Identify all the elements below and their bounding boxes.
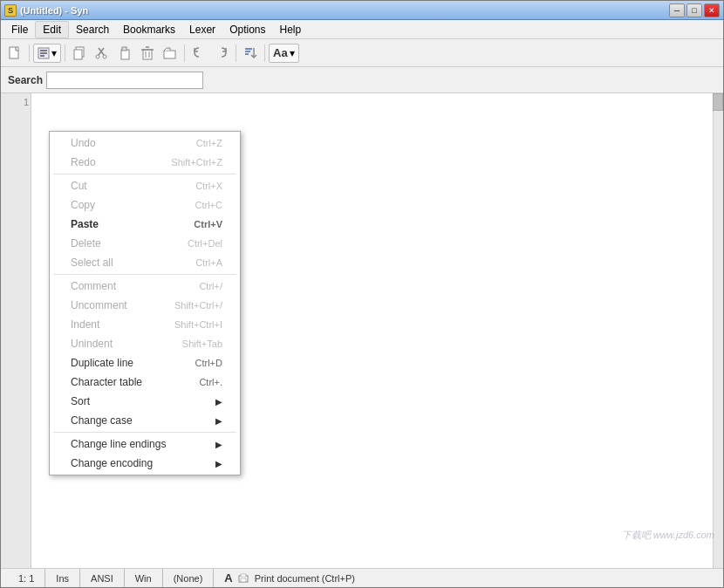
svg-rect-12	[122, 47, 126, 51]
print-label: Print document (Ctrl+P)	[255, 573, 355, 584]
menu-changecase[interactable]: Change case ▶	[50, 411, 240, 430]
status-mode: Ins	[45, 569, 80, 587]
svg-rect-25	[241, 574, 246, 577]
print-small-icon	[238, 573, 249, 584]
menu-comment[interactable]: Comment Ctrl+/	[50, 277, 240, 296]
paste-button[interactable]	[114, 43, 135, 64]
menu-indent[interactable]: Indent Shift+Ctrl+I	[50, 315, 240, 334]
window-title: (Untitled) - Syn	[20, 5, 88, 16]
menu-undo-shortcut: Ctrl+Z	[196, 138, 222, 148]
svg-rect-13	[143, 50, 152, 59]
toolbar-sep-4	[236, 44, 236, 62]
menu-bookmarks[interactable]: Bookmarks	[116, 22, 182, 38]
menu-copy-label: Copy	[71, 199, 95, 211]
menu-sort-arrow: ▶	[215, 397, 222, 407]
menu-selectall[interactable]: Select all Ctrl+A	[50, 253, 240, 272]
svg-rect-11	[121, 50, 129, 59]
menu-cut-label: Cut	[71, 180, 87, 192]
toolbar-dropdown-1[interactable]: ▾	[33, 44, 61, 63]
menu-uncomment[interactable]: Uncomment Shift+Ctrl+/	[50, 296, 240, 315]
svg-point-9	[96, 55, 99, 58]
toolbar-dropdown-case[interactable]: Aa ▾	[269, 44, 299, 63]
menu-selectall-label: Select all	[71, 256, 113, 269]
syntax-label: (None)	[174, 573, 203, 584]
menu-chartable[interactable]: Character table Ctrl+.	[50, 373, 240, 392]
menu-encoding[interactable]: Change encoding ▶	[50, 454, 240, 473]
menu-sep-2	[53, 274, 236, 275]
menu-undo[interactable]: Undo Ctrl+Z	[50, 133, 240, 153]
svg-rect-24	[241, 578, 246, 582]
sort-button[interactable]	[240, 43, 261, 64]
close-button[interactable]: ✕	[704, 3, 720, 17]
dropdown-arrow-1: ▾	[51, 47, 57, 59]
menu-copy[interactable]: Copy Ctrl+C	[50, 195, 240, 215]
menu-duplicate[interactable]: Duplicate line Ctrl+D	[50, 353, 240, 373]
menu-delete[interactable]: Delete Ctrl+Del	[50, 234, 240, 253]
edit-dropdown-menu: Undo Ctrl+Z Redo Shift+Ctrl+Z Cut Ctrl+X…	[49, 131, 241, 475]
menu-lineendings[interactable]: Change line endings ▶	[50, 434, 240, 454]
menu-help[interactable]: Help	[272, 22, 308, 38]
maximize-button[interactable]: □	[686, 3, 702, 17]
status-syntax: (None)	[163, 569, 215, 587]
svg-rect-6	[74, 50, 82, 59]
open-button[interactable]	[160, 43, 181, 64]
menu-bar: File Edit Search Bookmarks Lexer Options…	[1, 20, 723, 39]
scrollbar-vertical[interactable]	[713, 93, 723, 568]
watermark: 下载吧 www.jzd6.com	[622, 529, 714, 542]
menu-sep-1	[53, 174, 236, 174]
menu-redo[interactable]: Redo Shift+Ctrl+Z	[50, 153, 240, 172]
menu-changecase-arrow: ▶	[215, 416, 222, 426]
toolbar-sep-1	[29, 44, 30, 62]
menu-lineendings-arrow: ▶	[215, 440, 222, 449]
minimize-button[interactable]: ─	[669, 3, 685, 17]
toolbar: ▾ Aa ▾	[1, 39, 723, 67]
scrollbar-thumb[interactable]	[713, 93, 723, 111]
menu-paste-shortcut: Ctrl+V	[194, 219, 222, 229]
menu-sort[interactable]: Sort ▶	[50, 392, 240, 411]
encoding-label: ANSI	[91, 573, 113, 584]
menu-comment-label: Comment	[71, 280, 116, 292]
menu-redo-label: Redo	[71, 156, 96, 168]
toolbar-sep-5	[264, 44, 265, 62]
cut-button[interactable]	[92, 43, 113, 64]
dropdown-arrow-case: ▾	[290, 47, 295, 59]
toolbar-sep-3	[184, 44, 185, 62]
title-bar-controls: ─ □ ✕	[669, 3, 720, 17]
main-window: S (Untitled) - Syn ─ □ ✕ File Edit Searc…	[0, 0, 724, 588]
menu-cut[interactable]: Cut Ctrl+X	[50, 176, 240, 195]
title-bar: S (Untitled) - Syn ─ □ ✕	[1, 1, 723, 20]
menu-chartable-shortcut: Ctrl+.	[199, 377, 222, 387]
toolbar-sep-2	[65, 44, 65, 62]
case-icon: Aa	[273, 46, 288, 59]
menu-unindent-shortcut: Shift+Tab	[182, 338, 222, 349]
menu-selectall-shortcut: Ctrl+A	[195, 257, 222, 268]
menu-duplicate-label: Duplicate line	[71, 357, 133, 369]
menu-copy-shortcut: Ctrl+C	[195, 200, 222, 210]
status-position: 1: 1	[8, 569, 45, 587]
menu-comment-shortcut: Ctrl+/	[199, 281, 222, 291]
menu-changecase-label: Change case	[71, 414, 133, 427]
print-area[interactable]: A Print document (Ctrl+P)	[224, 571, 355, 585]
menu-edit[interactable]: Edit	[35, 21, 69, 38]
search-input[interactable]	[46, 72, 203, 89]
copy-button[interactable]	[69, 43, 90, 64]
menu-paste[interactable]: Paste Ctrl+V	[50, 215, 240, 234]
app-icon: S	[4, 4, 17, 17]
new-button[interactable]	[4, 43, 25, 64]
status-print[interactable]: A Print document (Ctrl+P)	[214, 569, 716, 587]
menu-unindent[interactable]: Unindent Shift+Tab	[50, 334, 240, 353]
menu-sort-label: Sort	[71, 395, 90, 407]
app-icon-letter: S	[8, 6, 13, 15]
delete-button[interactable]	[137, 43, 158, 64]
menu-uncomment-label: Uncomment	[71, 299, 127, 311]
redo-button[interactable]	[211, 43, 232, 64]
menu-search[interactable]: Search	[69, 22, 116, 38]
line-numbers: 1	[1, 93, 31, 568]
menu-file[interactable]: File	[4, 22, 35, 38]
menu-lexer[interactable]: Lexer	[182, 22, 222, 38]
menu-options[interactable]: Options	[222, 22, 272, 38]
menu-chartable-label: Character table	[71, 376, 142, 388]
menu-paste-label: Paste	[71, 218, 99, 230]
undo-button[interactable]	[188, 43, 209, 64]
status-bar: 1: 1 Ins ANSI Win (None) A Print documen…	[1, 568, 723, 587]
